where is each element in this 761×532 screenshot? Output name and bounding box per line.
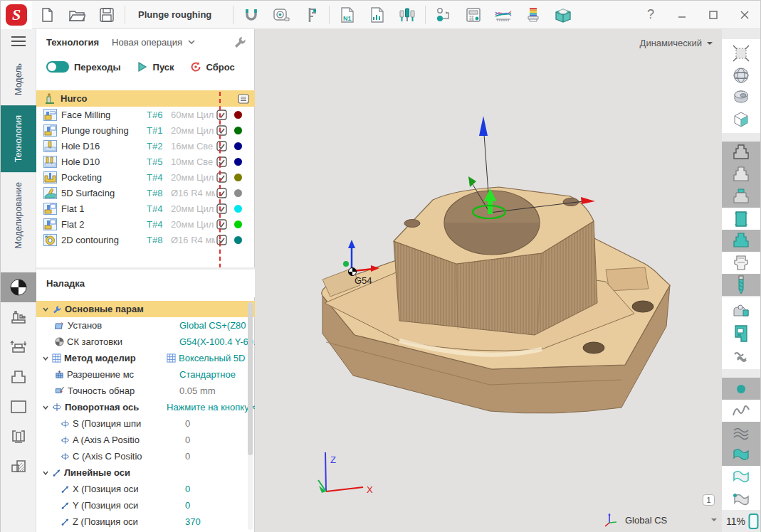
fit-view-button[interactable] [722,42,760,64]
show-workpiece-button[interactable] [722,208,760,230]
operation-row[interactable]: Flat 1 T#4 20мм Цил [36,201,255,216]
operation-row[interactable]: 5D Surfacing T#8 Ø16 R4 мм [36,185,255,201]
toggle-on-icon[interactable] [46,61,69,73]
settings-wrench-icon[interactable] [233,35,247,49]
show-toolpath-button[interactable] [722,344,760,366]
report-button[interactable] [362,2,392,28]
show-solids-button[interactable] [722,466,760,488]
tool-library-button[interactable] [392,2,422,28]
graphs-button[interactable] [488,2,518,28]
stock-view-button[interactable] [1,272,36,302]
save-button[interactable] [92,2,122,28]
operation-checkbox[interactable] [216,156,227,167]
globe-view-button[interactable] [722,64,760,86]
show-target-part-button[interactable] [722,230,760,252]
operation-row[interactable]: Face Milling T#6 60мм Цил [36,107,255,122]
measure-tape-button[interactable] [266,2,296,28]
show-inprocess-stock-button[interactable] [722,186,760,208]
operation-color-dot[interactable] [234,205,242,213]
tree-row-a-axis[interactable]: A (Axis A Positio 0 [36,432,255,448]
material-layers-button[interactable] [518,2,548,28]
show-machine-button[interactable] [722,322,760,344]
tree-group-linear-axes[interactable]: Линейные оси [36,464,255,481]
part-button[interactable] [1,362,36,392]
tree-row-y-axis[interactable]: Y (Позиция оси 0 [36,497,255,514]
tree-row-s-position[interactable]: S (Позиция шпи 0 [36,415,255,432]
viewport-3d[interactable]: Динамический [255,29,723,532]
operation-checkbox[interactable] [216,203,227,214]
transitions-toggle[interactable]: Переходы [46,61,121,73]
workpiece-setup-button[interactable] [1,332,36,362]
show-surfaces-button[interactable] [722,444,760,466]
chevron-down-icon[interactable] [710,516,718,523]
tree-row-resolution[interactable]: Разрешение мс Стандартное [36,366,255,383]
tree-group-main-params[interactable]: Основные парам [36,301,255,317]
tree-group-rotary-axis[interactable]: Поворотная ось Нажмите на кнопку <... [36,399,255,415]
tree-row-z-axis[interactable]: Z (Позиция оси 370 [36,514,255,530]
tree-row-stock-cs[interactable]: СК заготовки G54(X-100.4 Y-60.4 Z0.4 [36,334,255,350]
operation-checkbox[interactable] [216,172,227,183]
reset-button[interactable]: Сброс [190,61,235,73]
show-stock-wire-button[interactable] [722,142,760,164]
operation-checkbox[interactable] [216,125,227,136]
operation-color-dot[interactable] [234,111,242,119]
machine-setup-button[interactable] [1,302,36,332]
calculator-button[interactable] [458,2,488,28]
menu-button[interactable] [1,29,36,53]
operation-checkbox[interactable] [216,235,227,245]
cs-selector[interactable]: Global CS [625,515,703,526]
tree-group-sim-method[interactable]: Метод моделир Воксельный 5D [36,350,255,366]
operation-row[interactable]: Flat 2 T#4 20мм Цил [36,216,255,232]
fixtures-button[interactable] [1,422,36,452]
new-operation-dropdown[interactable]: Новая операция [112,37,195,48]
operation-checkbox[interactable] [216,188,227,198]
operation-color-dot[interactable] [234,142,242,150]
operation-color-dot[interactable] [234,236,242,244]
setup-tree-scrollbar[interactable] [248,302,253,530]
tree-row-c-axis[interactable]: C (Axis C Positio 0 [36,448,255,464]
operation-color-dot[interactable] [234,174,242,181]
workpiece-box-button[interactable] [1,392,36,422]
workpiece-view-button[interactable] [722,86,760,108]
minimize-button[interactable] [666,2,698,28]
close-button[interactable] [729,2,760,28]
maximize-button[interactable] [698,2,729,28]
operation-color-dot[interactable] [234,127,242,134]
tree-row-tolerance[interactable]: Точность обнар 0.05 mm [36,383,255,399]
show-meshes-button[interactable] [722,422,760,444]
operation-row[interactable]: Plunge roughing T#1 20мм Цил [36,122,255,138]
open-file-button[interactable] [62,2,92,28]
caliper-button[interactable] [296,2,326,28]
show-curves-button[interactable] [722,400,760,422]
new-file-button[interactable] [32,2,62,28]
snap-magnet-button[interactable] [236,2,266,28]
section-view-button[interactable] [722,108,760,130]
operation-color-dot[interactable] [234,220,242,228]
operation-row[interactable]: Hole D10 T#5 10мм Све [36,154,255,169]
operation-checkbox[interactable] [216,219,227,230]
gcode-button[interactable]: N1 [332,2,362,28]
show-fixture-wire-button[interactable] [722,252,760,274]
show-points-button[interactable] [722,378,760,400]
notification-badge[interactable]: 1 [703,494,715,506]
simulation-button[interactable] [548,2,578,28]
show-tool-button[interactable] [722,274,760,296]
tab-technology[interactable]: Технология [1,105,36,172]
operations-menu-icon[interactable] [238,94,249,104]
run-button[interactable]: Пуск [137,61,174,73]
tree-row-setup[interactable]: Установ Global CS+(Z80 ) [36,317,255,334]
tab-model[interactable]: Модель [1,53,36,105]
operation-checkbox[interactable] [216,110,227,120]
operation-row[interactable]: Hole D16 T#2 16мм Све [36,138,255,154]
operation-row[interactable]: Pocketing T#4 20мм Цил [36,169,255,185]
restricted-areas-button[interactable] [1,452,36,482]
tree-row-x-axis[interactable]: X (Позиция оси 0 [36,481,255,497]
tab-simulation[interactable]: Моделирование [1,172,36,259]
operation-row[interactable]: 2D contouring T#8 Ø16 R4 мм [36,232,255,248]
machine-header-row[interactable]: Hurco [36,90,255,107]
machining-process-button[interactable] [429,2,458,28]
show-stock-shaded-button[interactable] [722,164,760,186]
operation-color-dot[interactable] [234,189,242,197]
show-fixtures-button[interactable] [722,300,760,322]
view-mode-dropdown[interactable]: Динамический [640,38,713,48]
